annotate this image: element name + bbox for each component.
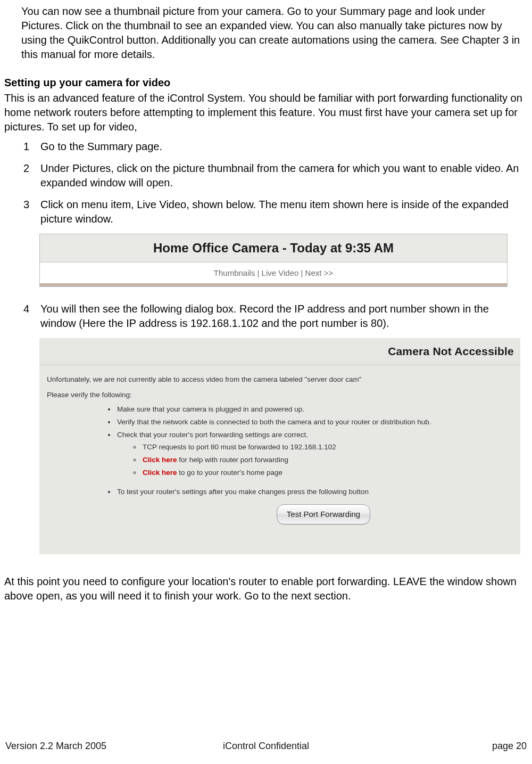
link-rest: to go to your router's home page [177, 469, 282, 477]
bullet-text: Check that your router's port forwarding… [117, 431, 308, 439]
camera-header-figure: Home Office Camera - Today at 9:35 AM Th… [39, 234, 508, 287]
step-text: Go to the Summary page. [40, 139, 528, 154]
footer-version: Version 2.2 March 2005 [5, 740, 179, 752]
camera-title: Home Office Camera - Today at 9:35 AM [40, 234, 507, 262]
step-number: 2 [23, 161, 40, 190]
step-number: 3 [23, 198, 40, 226]
bullet-plugged-in: Make sure that your camera is plugged in… [116, 404, 513, 416]
sub-bullet-router-link[interactable]: Click here to go to your router's home p… [142, 467, 513, 479]
click-here-link[interactable]: Click here [143, 469, 177, 477]
camera-not-accessible-dialog: Camera Not Accessible Unfortunately, we … [39, 338, 520, 554]
step-number: 4 [23, 302, 40, 331]
dialog-verify: Please verify the following: [47, 389, 513, 401]
closing-paragraph: At this point you need to configure your… [4, 574, 528, 603]
step-text: Click on menu item, Live Video, shown be… [40, 198, 528, 226]
bullet-test-router: To test your router's settings after you… [116, 486, 513, 498]
sub-bullet-tcp: TCP requests to port 80 must be forwarde… [142, 441, 513, 454]
dialog-title: Camera Not Accessible [39, 338, 520, 365]
section-intro: This is an advanced feature of the iCont… [4, 91, 528, 134]
bullet-port-forwarding: Check that your router's port forwarding… [116, 429, 513, 479]
footer-confidential: iControl Confidential [179, 740, 353, 752]
step-3: 3 Click on menu item, Live Video, shown … [4, 198, 528, 226]
intro-paragraph: You can now see a thumbnail picture from… [4, 4, 528, 62]
camera-subnav: Thumbnails | Live Video | Next >> [40, 262, 507, 286]
step-number: 1 [23, 139, 40, 154]
link-rest: for help with router port forwarding [177, 456, 288, 464]
sub-bullet-help-link[interactable]: Click here for help with router port for… [142, 454, 513, 466]
step-text: You will then see the following dialog b… [40, 302, 528, 331]
footer-page: page 20 [353, 740, 527, 752]
dialog-line1: Unfortunately, we are not currently able… [47, 374, 513, 386]
click-here-link[interactable]: Click here [143, 456, 177, 464]
page-footer: Version 2.2 March 2005 iControl Confiden… [0, 740, 532, 752]
step-1: 1 Go to the Summary page. [4, 139, 528, 154]
section-heading: Setting up your camera for video [4, 76, 528, 90]
step-text: Under Pictures, click on the picture thu… [40, 161, 528, 190]
step-2: 2 Under Pictures, click on the picture t… [4, 161, 528, 190]
test-port-forwarding-button[interactable]: Test Port Forwarding [277, 504, 370, 524]
step-4: 4 You will then see the following dialog… [4, 302, 528, 331]
bullet-network-cable: Verify that the network cable is connect… [116, 416, 513, 429]
